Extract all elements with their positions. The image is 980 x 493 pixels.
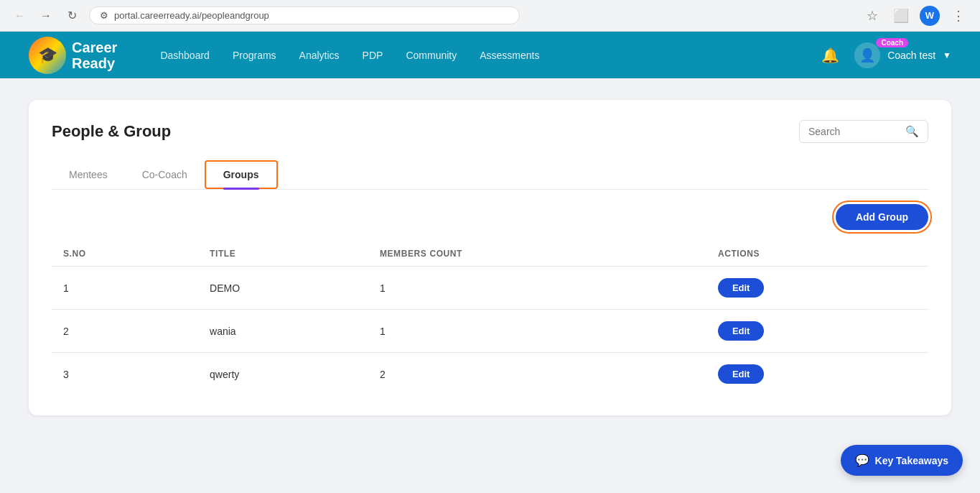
card-header: People & Group 🔍 xyxy=(52,120,928,143)
cell-sno: 2 xyxy=(52,310,198,353)
table-header: S.NO TITLE MEMBERS COUNT ACTIONS xyxy=(52,241,928,267)
col-members-count: MEMBERS COUNT xyxy=(368,241,706,267)
coach-badge: Coach xyxy=(876,38,908,47)
cell-sno: 1 xyxy=(52,267,198,310)
table-body: 1 DEMO 1 Edit 2 wania 1 Edit 3 qwerty 2 … xyxy=(52,267,928,396)
table-row: 3 qwerty 2 Edit xyxy=(52,353,928,396)
table-row: 2 wania 1 Edit xyxy=(52,310,928,353)
cell-members-count: 1 xyxy=(368,310,706,353)
search-input[interactable] xyxy=(808,126,900,137)
key-takeaways-icon: 💬 xyxy=(855,453,869,467)
browser-profile-avatar[interactable]: W xyxy=(920,6,940,26)
page-title: People & Group xyxy=(52,122,171,141)
nav-dashboard[interactable]: Dashboard xyxy=(160,47,210,64)
cell-actions: Edit xyxy=(706,267,928,310)
key-takeaways-button[interactable]: 💬 Key Takeaways xyxy=(841,445,963,476)
key-takeaways-label: Key Takeaways xyxy=(875,455,948,466)
logo-text: Career Ready xyxy=(72,40,117,71)
cell-title: DEMO xyxy=(198,267,368,310)
browser-chrome: ← → ↻ ⚙ portal.careerready.ai/peopleandg… xyxy=(0,0,980,32)
browser-actions: ☆ ⬜ W ⋮ xyxy=(862,6,969,26)
col-sno: S.NO xyxy=(52,241,198,267)
address-bar-icon: ⚙ xyxy=(100,10,108,21)
nav-back-button[interactable]: ← xyxy=(11,7,29,24)
user-chevron-icon: ▼ xyxy=(943,50,951,60)
bookmark-button[interactable]: ☆ xyxy=(862,6,882,26)
cell-members-count: 2 xyxy=(368,353,706,396)
col-actions: ACTIONS xyxy=(706,241,928,267)
tab-mentees[interactable]: Mentees xyxy=(52,160,125,189)
add-group-area: Add Group xyxy=(52,204,928,230)
add-group-button[interactable]: Add Group xyxy=(836,204,928,230)
nav-forward-button[interactable]: → xyxy=(37,7,55,24)
content-card: People & Group 🔍 Mentees Co-Coach Groups… xyxy=(29,100,951,415)
edit-button-1[interactable]: Edit xyxy=(718,278,765,298)
nav-pdp[interactable]: PDP xyxy=(363,47,383,64)
col-title: TITLE xyxy=(198,241,368,267)
logo-icon: 🎓 xyxy=(29,37,66,74)
user-name: Coach test xyxy=(887,50,935,61)
user-menu[interactable]: Coach 👤 Coach test ▼ xyxy=(854,42,951,68)
nav-refresh-button[interactable]: ↻ xyxy=(63,7,80,24)
cell-actions: Edit xyxy=(706,353,928,396)
header-right: 🔔 Coach 👤 Coach test ▼ xyxy=(817,42,951,68)
cell-sno: 3 xyxy=(52,353,198,396)
main-nav: Dashboard Programs Analytics PDP Communi… xyxy=(160,47,539,64)
nav-analytics[interactable]: Analytics xyxy=(299,47,340,64)
logo[interactable]: 🎓 Career Ready xyxy=(29,37,117,74)
split-view-button[interactable]: ⬜ xyxy=(891,6,911,26)
groups-table: S.NO TITLE MEMBERS COUNT ACTIONS 1 DEMO … xyxy=(52,241,928,395)
nav-assessments[interactable]: Assessments xyxy=(480,47,539,64)
search-icon: 🔍 xyxy=(905,125,919,138)
logo-ready: Ready xyxy=(72,55,117,71)
address-bar[interactable]: ⚙ portal.careerready.ai/peopleandgroup xyxy=(89,6,520,24)
cell-members-count: 1 xyxy=(368,267,706,310)
logo-career: Career xyxy=(72,40,117,55)
cell-title: wania xyxy=(198,310,368,353)
tab-co-coach[interactable]: Co-Coach xyxy=(125,160,205,189)
cell-title: qwerty xyxy=(198,353,368,396)
nav-programs[interactable]: Programs xyxy=(233,47,276,64)
browser-menu-button[interactable]: ⋮ xyxy=(948,6,969,26)
tabs: Mentees Co-Coach Groups xyxy=(52,160,928,190)
app-header: 🎓 Career Ready Dashboard Programs Analyt… xyxy=(0,32,980,78)
edit-button-3[interactable]: Edit xyxy=(718,364,765,384)
main-content: People & Group 🔍 Mentees Co-Coach Groups… xyxy=(0,78,980,437)
search-box[interactable]: 🔍 xyxy=(799,120,928,143)
table-row: 1 DEMO 1 Edit xyxy=(52,267,928,310)
tab-groups[interactable]: Groups xyxy=(205,160,278,189)
edit-button-2[interactable]: Edit xyxy=(718,321,765,341)
nav-community[interactable]: Community xyxy=(406,47,457,64)
cell-actions: Edit xyxy=(706,310,928,353)
address-bar-url: portal.careerready.ai/peopleandgroup xyxy=(114,10,269,21)
notifications-button[interactable]: 🔔 xyxy=(817,42,843,68)
